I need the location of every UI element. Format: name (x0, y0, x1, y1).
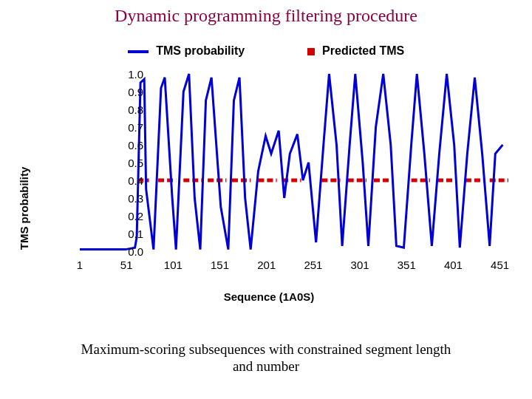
legend-series1-label: TMS probability (156, 44, 245, 57)
caption-line2: and number (233, 358, 299, 374)
y-tick: 0.9 (92, 86, 143, 98)
x-tick: 251 (295, 259, 332, 271)
plot-svg (80, 74, 508, 251)
plot-area (80, 74, 508, 251)
y-tick: 0.0 (92, 245, 143, 258)
slide-caption: Maximum-scoring subsequences with constr… (0, 341, 532, 376)
y-tick: 0.6 (92, 139, 143, 151)
x-tick: 401 (434, 259, 471, 271)
y-tick: 0.1 (92, 228, 143, 240)
x-tick: 51 (108, 259, 145, 271)
y-tick: 0.3 (92, 192, 143, 205)
x-tick: 301 (341, 259, 378, 271)
chart: TMS probability 1.00.90.80.70.60.50.40.3… (21, 68, 517, 304)
y-tick: 0.4 (92, 174, 143, 187)
y-axis-label: TMS probability (18, 134, 30, 282)
caption-line1: Maximum-scoring subsequences with constr… (81, 341, 451, 357)
legend-line-swatch (128, 50, 149, 53)
x-axis-label: Sequence (1A0S) (21, 290, 517, 303)
legend-square-swatch (307, 48, 315, 55)
x-tick: 201 (248, 259, 285, 271)
y-tick: 0.5 (92, 157, 143, 169)
slide: { "title": "Dynamic programming filterin… (0, 0, 532, 399)
slide-title: Dynamic programming filtering procedure (0, 6, 532, 26)
legend-series2-label: Predicted TMS (322, 44, 404, 57)
y-tick: 0.8 (92, 103, 143, 116)
y-tick: 0.2 (92, 210, 143, 222)
x-tick: 451 (482, 259, 519, 271)
x-tick: 351 (388, 259, 425, 271)
x-tick: 151 (202, 259, 239, 271)
chart-legend: TMS probability Predicted TMS (0, 44, 532, 58)
y-tick: 0.7 (92, 121, 143, 134)
y-tick: 1.0 (92, 68, 143, 81)
x-tick: 101 (154, 259, 191, 271)
x-tick: 1 (61, 259, 98, 271)
